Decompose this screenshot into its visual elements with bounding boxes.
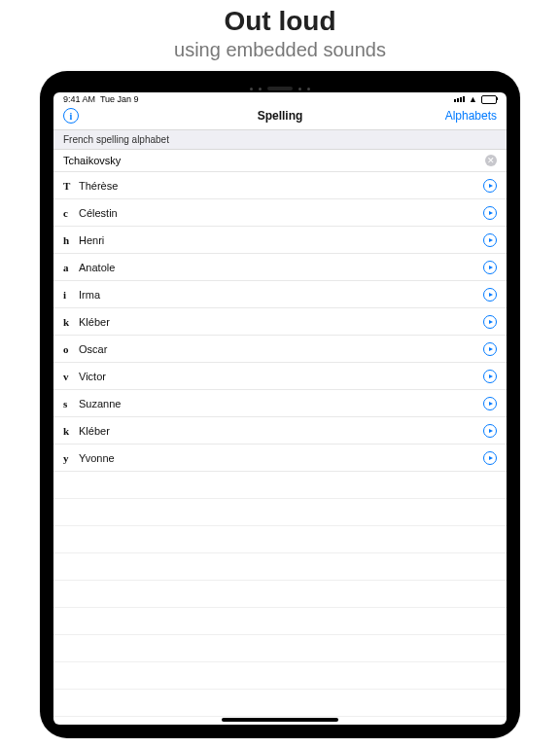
play-icon[interactable] bbox=[483, 315, 497, 329]
page-title: Spelling bbox=[53, 109, 507, 123]
promo-header: Out loud using embedded sounds bbox=[0, 0, 560, 61]
row-word: Victor bbox=[79, 371, 483, 382]
list-item[interactable]: oOscar bbox=[53, 336, 507, 363]
alphabets-button[interactable]: Alphabets bbox=[445, 109, 497, 123]
list-item[interactable]: kKléber bbox=[53, 308, 507, 336]
status-date: Tue Jan 9 bbox=[100, 94, 139, 104]
sensor-bar bbox=[53, 85, 507, 92]
play-icon[interactable] bbox=[483, 261, 497, 274]
row-letter: T bbox=[63, 180, 79, 192]
section-header: French spelling alphabet bbox=[53, 130, 507, 150]
row-word: Kléber bbox=[79, 425, 483, 437]
status-left: 9:41 AM Tue Jan 9 bbox=[63, 94, 139, 104]
row-letter: o bbox=[63, 343, 79, 355]
row-word: Thérèse bbox=[79, 180, 483, 192]
row-letter: k bbox=[63, 316, 79, 328]
tablet-frame: 9:41 AM Tue Jan 9 ▲ i Spelling Alphabets… bbox=[40, 71, 520, 738]
play-icon[interactable] bbox=[483, 206, 497, 220]
wifi-icon: ▲ bbox=[469, 94, 477, 104]
search-value: Tchaikovsky bbox=[63, 155, 485, 166]
status-time: 9:41 AM bbox=[63, 94, 95, 104]
status-bar: 9:41 AM Tue Jan 9 ▲ bbox=[53, 92, 507, 104]
row-letter: y bbox=[63, 452, 79, 464]
row-letter: k bbox=[63, 425, 79, 437]
row-word: Henri bbox=[79, 234, 483, 246]
play-icon[interactable] bbox=[483, 451, 497, 465]
list-item[interactable]: vVictor bbox=[53, 363, 507, 390]
row-word: Yvonne bbox=[79, 452, 483, 464]
row-word: Célestin bbox=[79, 207, 483, 219]
row-word: Suzanne bbox=[79, 398, 483, 409]
play-icon[interactable] bbox=[483, 397, 497, 410]
play-icon[interactable] bbox=[483, 424, 497, 438]
cellular-icon bbox=[454, 96, 465, 102]
empty-row bbox=[53, 553, 507, 581]
list-item[interactable]: TThérèse bbox=[53, 172, 507, 199]
clear-icon[interactable]: ✕ bbox=[485, 155, 497, 166]
row-word: Anatole bbox=[79, 262, 483, 273]
play-icon[interactable] bbox=[483, 342, 497, 356]
empty-row bbox=[53, 690, 507, 717]
row-letter: v bbox=[63, 371, 79, 382]
row-word: Irma bbox=[79, 289, 483, 301]
promo-subtitle: using embedded sounds bbox=[0, 39, 560, 61]
promo-title: Out loud bbox=[0, 6, 560, 37]
device-screen: 9:41 AM Tue Jan 9 ▲ i Spelling Alphabets… bbox=[53, 92, 507, 725]
row-letter: s bbox=[63, 398, 79, 409]
play-icon[interactable] bbox=[483, 288, 497, 302]
battery-icon bbox=[481, 95, 497, 104]
list-item[interactable]: kKléber bbox=[53, 417, 507, 445]
play-icon[interactable] bbox=[483, 179, 497, 193]
row-letter: c bbox=[63, 207, 79, 219]
empty-row bbox=[53, 662, 507, 690]
row-letter: a bbox=[63, 262, 79, 273]
list-item[interactable]: aAnatole bbox=[53, 254, 507, 281]
empty-row bbox=[53, 635, 507, 662]
home-indicator[interactable] bbox=[222, 718, 338, 722]
spelling-list[interactable]: TThérèsecCélestinhHenriaAnatoleiIrmakKlé… bbox=[53, 172, 507, 725]
list-item[interactable]: cCélestin bbox=[53, 199, 507, 227]
info-icon: i bbox=[63, 108, 79, 124]
empty-row bbox=[53, 608, 507, 635]
list-item[interactable]: yYvonne bbox=[53, 445, 507, 472]
empty-row bbox=[53, 472, 507, 499]
list-item[interactable]: iIrma bbox=[53, 281, 507, 308]
navigation-bar: i Spelling Alphabets bbox=[53, 104, 507, 130]
list-item[interactable]: sSuzanne bbox=[53, 390, 507, 417]
play-icon[interactable] bbox=[483, 370, 497, 383]
empty-row bbox=[53, 499, 507, 526]
empty-row bbox=[53, 581, 507, 608]
empty-row bbox=[53, 526, 507, 553]
status-right: ▲ bbox=[454, 94, 497, 104]
row-word: Kléber bbox=[79, 316, 483, 328]
search-input[interactable]: Tchaikovsky ✕ bbox=[53, 150, 507, 172]
row-letter: h bbox=[63, 234, 79, 246]
row-letter: i bbox=[63, 289, 79, 301]
play-icon[interactable] bbox=[483, 233, 497, 247]
info-button[interactable]: i bbox=[63, 108, 79, 124]
list-item[interactable]: hHenri bbox=[53, 227, 507, 254]
row-word: Oscar bbox=[79, 343, 483, 355]
